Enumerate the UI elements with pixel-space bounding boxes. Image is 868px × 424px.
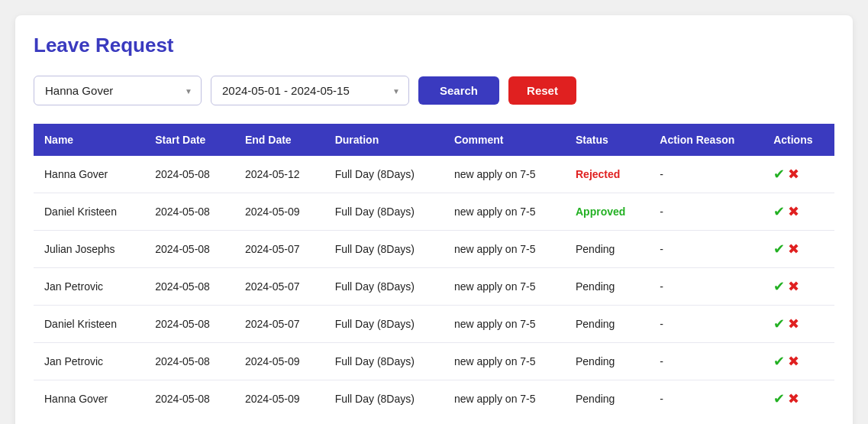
cell-status: Pending [565,268,649,306]
cell-comment: new apply on 7-5 [444,156,565,193]
cell-status: Approved [565,193,649,231]
table-row: Julian Josephs 2024-05-08 2024-05-07 Ful… [34,231,834,268]
col-duration: Duration [324,124,444,156]
approve-icon[interactable]: ✔ [773,390,785,407]
approve-icon[interactable]: ✔ [773,353,785,370]
col-status: Status [565,124,649,156]
reject-icon[interactable]: ✖ [788,316,799,332]
table-row: Hanna Gover 2024-05-08 2024-05-12 Full D… [34,156,834,193]
cell-comment: new apply on 7-5 [444,343,565,380]
cell-comment: new apply on 7-5 [444,380,565,418]
cell-name: Julian Josephs [34,231,144,268]
cell-start-date: 2024-05-08 [144,231,234,268]
cell-end-date: 2024-05-09 [234,343,324,380]
cell-action-reason: - [649,380,763,418]
cell-comment: new apply on 7-5 [444,306,565,343]
col-end-date: End Date [234,124,324,156]
cell-start-date: 2024-05-08 [144,380,234,418]
col-name: Name [34,124,144,156]
cell-end-date: 2024-05-07 [234,268,324,306]
table-row: Daniel Kristeen 2024-05-08 2024-05-09 Fu… [34,193,834,231]
col-comment: Comment [444,124,565,156]
cell-action-reason: - [649,231,763,268]
search-button[interactable]: Search [418,76,499,105]
main-container: Leave Request Hanna Gover 2024-05-01 - 2… [15,15,853,424]
cell-end-date: 2024-05-09 [234,380,324,418]
cell-actions: ✔ ✖ [763,231,834,268]
cell-start-date: 2024-05-08 [144,268,234,306]
cell-status: Rejected [565,156,649,193]
col-actions: Actions [763,124,834,156]
reject-icon[interactable]: ✖ [788,203,799,220]
filter-row: Hanna Gover 2024-05-01 - 2024-05-15 Sear… [34,76,834,105]
cell-actions: ✔ ✖ [763,343,834,380]
reject-icon[interactable]: ✖ [788,353,799,370]
cell-end-date: 2024-05-07 [234,306,324,343]
cell-action-reason: - [649,306,763,343]
col-start-date: Start Date [144,124,234,156]
cell-start-date: 2024-05-08 [144,306,234,343]
reset-button[interactable]: Reset [508,76,576,105]
reject-icon[interactable]: ✖ [788,166,799,183]
cell-actions: ✔ ✖ [763,268,834,306]
name-select[interactable]: Hanna Gover [34,76,202,105]
name-select-wrapper: Hanna Gover [34,76,202,105]
cell-start-date: 2024-05-08 [144,343,234,380]
cell-actions: ✔ ✖ [763,193,834,231]
table-row: Jan Petrovic 2024-05-08 2024-05-07 Full … [34,268,834,306]
cell-start-date: 2024-05-08 [144,193,234,231]
cell-duration: Full Day (8Days) [324,380,444,418]
cell-name: Daniel Kristeen [34,306,144,343]
table-header-row: Name Start Date End Date Duration Commen… [34,124,834,156]
reject-icon[interactable]: ✖ [788,241,799,257]
cell-comment: new apply on 7-5 [444,193,565,231]
cell-actions: ✔ ✖ [763,306,834,343]
cell-duration: Full Day (8Days) [324,193,444,231]
cell-end-date: 2024-05-07 [234,231,324,268]
cell-duration: Full Day (8Days) [324,343,444,380]
cell-end-date: 2024-05-12 [234,156,324,193]
cell-action-reason: - [649,343,763,380]
page-title: Leave Request [34,34,834,57]
date-select-wrapper: 2024-05-01 - 2024-05-15 [211,76,409,105]
cell-duration: Full Day (8Days) [324,306,444,343]
cell-duration: Full Day (8Days) [324,268,444,306]
cell-status: Pending [565,343,649,380]
cell-action-reason: - [649,268,763,306]
approve-icon[interactable]: ✔ [773,203,785,220]
cell-action-reason: - [649,156,763,193]
cell-name: Jan Petrovic [34,343,144,380]
cell-actions: ✔ ✖ [763,156,834,193]
reject-icon[interactable]: ✖ [788,390,799,407]
cell-status: Pending [565,380,649,418]
approve-icon[interactable]: ✔ [773,241,785,257]
approve-icon[interactable]: ✔ [773,166,785,183]
cell-end-date: 2024-05-09 [234,193,324,231]
cell-action-reason: - [649,193,763,231]
cell-status: Pending [565,306,649,343]
col-action-reason: Action Reason [649,124,763,156]
approve-icon[interactable]: ✔ [773,316,785,332]
cell-name: Jan Petrovic [34,268,144,306]
reject-icon[interactable]: ✖ [788,278,799,295]
table-row: Hanna Gover 2024-05-08 2024-05-09 Full D… [34,380,834,418]
table-row: Jan Petrovic 2024-05-08 2024-05-09 Full … [34,343,834,380]
cell-duration: Full Day (8Days) [324,231,444,268]
cell-duration: Full Day (8Days) [324,156,444,193]
approve-icon[interactable]: ✔ [773,278,785,295]
cell-comment: new apply on 7-5 [444,231,565,268]
cell-name: Hanna Gover [34,380,144,418]
cell-start-date: 2024-05-08 [144,156,234,193]
cell-comment: new apply on 7-5 [444,268,565,306]
table-row: Daniel Kristeen 2024-05-08 2024-05-07 Fu… [34,306,834,343]
cell-name: Hanna Gover [34,156,144,193]
cell-status: Pending [565,231,649,268]
date-select[interactable]: 2024-05-01 - 2024-05-15 [211,76,409,105]
cell-name: Daniel Kristeen [34,193,144,231]
leave-request-table: Name Start Date End Date Duration Commen… [34,124,834,417]
cell-actions: ✔ ✖ [763,380,834,418]
